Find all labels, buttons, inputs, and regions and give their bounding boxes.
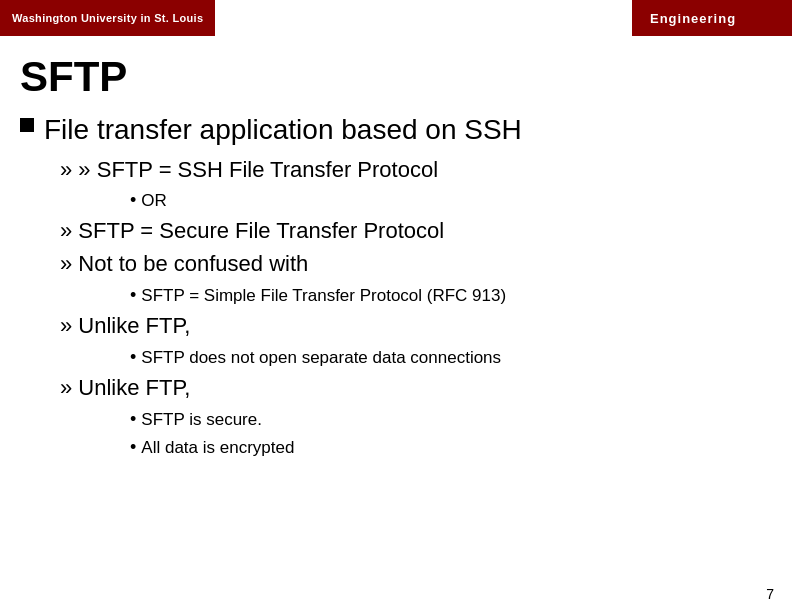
dot-section-4: SFTP is secure. All data is encrypted (60, 406, 762, 461)
slide-content: SFTP File transfer application based on … (0, 36, 792, 612)
sub-items: » » SFTP = SSH File Transfer Protocol OR… (20, 155, 762, 461)
dot-item-3-0: SFTP does not open separate data connect… (130, 344, 762, 371)
arrow-item-1: » SFTP = Secure File Transfer Protocol (60, 216, 762, 247)
logo-text: Washington University in St. Louis (12, 12, 203, 24)
page-number: 7 (766, 586, 774, 602)
arrow-item-2: » Not to be confused with (60, 249, 762, 280)
logo-area: Washington University in St. Louis (0, 0, 215, 36)
arrow-text-1: » SFTP = Secure File Transfer Protocol (60, 218, 444, 243)
dot-item-0-0: OR (130, 187, 762, 214)
arrow-text-4: » Unlike FTP, (60, 375, 190, 400)
dot-section-0: OR (60, 187, 762, 214)
arrow-text-0: » SFTP = SSH File Transfer Protocol (78, 157, 438, 182)
engineering-badge: Engineering (632, 0, 792, 36)
arrow-text-2: » Not to be confused with (60, 251, 308, 276)
dot-item-4-1: All data is encrypted (130, 434, 762, 461)
main-bullet-text: File transfer application based on SSH (44, 112, 522, 148)
header: Washington University in St. Louis Engin… (0, 0, 792, 36)
dot-item-4-0: SFTP is secure. (130, 406, 762, 433)
arrow-text-3: » Unlike FTP, (60, 313, 190, 338)
arrow-item-0: » » SFTP = SSH File Transfer Protocol (60, 155, 762, 186)
square-bullet-icon (20, 118, 34, 132)
slide-title: SFTP (20, 54, 762, 100)
dot-section-2: SFTP = Simple File Transfer Protocol (RF… (60, 282, 762, 309)
arrow-sym-0: » (60, 157, 78, 182)
dot-item-2-0: SFTP = Simple File Transfer Protocol (RF… (130, 282, 762, 309)
engineering-label: Engineering (650, 11, 736, 26)
arrow-item-3: » Unlike FTP, (60, 311, 762, 342)
arrow-item-4: » Unlike FTP, (60, 373, 762, 404)
dot-section-3: SFTP does not open separate data connect… (60, 344, 762, 371)
main-bullet-item: File transfer application based on SSH (20, 112, 762, 148)
